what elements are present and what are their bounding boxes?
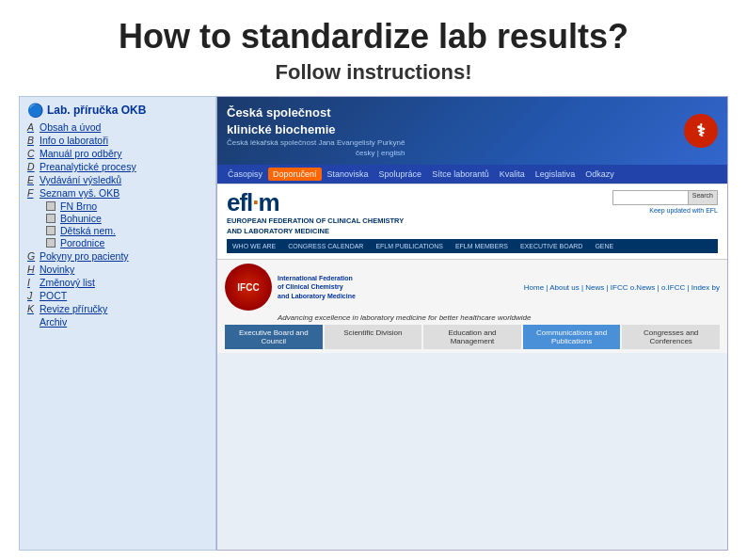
left-menu-item-g[interactable]: G Pokyny pro pacienty xyxy=(27,250,208,262)
letter-h: H xyxy=(27,264,37,275)
ifcc-logo: IFCC International Federation of Clinica… xyxy=(225,264,356,311)
ifcc-logo-inner: IFCC xyxy=(237,282,259,293)
letter-d: D xyxy=(27,161,37,172)
right-panel: Česká společnost klinické biochemie Česk… xyxy=(216,96,728,551)
left-menu-item-a[interactable]: A Obsah a úvod xyxy=(27,121,208,133)
left-panel-heading[interactable]: Lab. příručka OKB xyxy=(47,104,146,117)
ifcc-org-name-1: International Federation xyxy=(278,274,356,283)
main-title: How to standardize lab results? xyxy=(119,17,628,56)
czech-site-title-line2: klinické biochemie xyxy=(227,121,405,138)
czech-site: Česká společnost klinické biochemie Česk… xyxy=(217,97,727,165)
eflm-logo-text: efl·m xyxy=(227,190,404,215)
eflm-search-input[interactable] xyxy=(613,191,689,204)
czech-lang[interactable]: česky | english xyxy=(227,149,405,157)
ifcc-org-name-3: and Laboratory Medicine xyxy=(278,292,356,301)
box-icon-detska xyxy=(46,226,56,235)
eflm-nav-board[interactable]: EXECUTIVE BOARD xyxy=(515,241,589,251)
ifcc-header: IFCC International Federation of Clinica… xyxy=(225,264,720,311)
left-menu-item-d[interactable]: D Preanalytické procesy xyxy=(27,161,208,172)
left-menu-subitem-bohunice[interactable]: Bohunice xyxy=(27,213,208,224)
box-icon-bohunice xyxy=(46,214,56,223)
letter-a: A xyxy=(27,121,37,133)
ifcc-home-links[interactable]: Home | About us | News | IFCC o.News | o… xyxy=(524,283,720,292)
letter-c: C xyxy=(27,148,37,159)
eflm-nav-publications[interactable]: EFLM PUBLICATIONS xyxy=(370,241,448,251)
czech-nav: Časopisy Doporučení Stanoviska Spoluprác… xyxy=(217,165,727,184)
eflm-site: efl·m EUROPEAN FEDERATION OF CLINICAL CH… xyxy=(217,184,727,259)
left-menu-item-k[interactable]: K Revize příručky xyxy=(27,303,208,314)
box-icon-fn xyxy=(46,201,56,211)
eflm-search-area: Search Keep updated with EFL xyxy=(612,190,718,214)
czech-nav-stanoviska[interactable]: Stanoviska xyxy=(323,168,374,181)
letter-j: J xyxy=(27,290,37,301)
letter-i: I xyxy=(27,277,37,288)
ifcc-bottom-nav: Executive Board and Council Scientific D… xyxy=(225,325,720,349)
ifcc-site: IFCC International Federation of Clinica… xyxy=(217,259,727,353)
letter-b: B xyxy=(27,135,37,146)
ifcc-nav-congresses[interactable]: Congresses and Conferences xyxy=(622,325,720,349)
ifcc-tagline: Advancing excellence in laboratory medic… xyxy=(278,313,720,322)
czech-nav-doporuceni[interactable]: Doporučení xyxy=(268,168,322,181)
eflm-header: efl·m EUROPEAN FEDERATION OF CLINICAL CH… xyxy=(227,190,718,235)
left-menu-item-archiv[interactable]: Archiv xyxy=(27,316,208,328)
eflm-nav-members[interactable]: EFLM MEMBERS xyxy=(450,241,514,251)
left-panel: 🔵 Lab. příručka OKB A Obsah a úvod B Inf… xyxy=(19,96,216,551)
czech-site-title-line1: Česká společnost xyxy=(227,104,405,121)
sub-title: Follow instructions! xyxy=(276,60,472,85)
left-menu-item-h[interactable]: H Novinky xyxy=(27,264,208,275)
czech-nav-spoluprace[interactable]: Spolupráce xyxy=(374,168,427,181)
czech-logo: ⚕ xyxy=(684,114,718,148)
eflm-nav-gene[interactable]: GENE xyxy=(589,241,619,251)
eflm-nav-congress[interactable]: CONGRESS CALENDAR xyxy=(282,241,369,251)
eflm-full-name-line1: EUROPEAN FEDERATION OF CLINICAL CHEMISTR… xyxy=(227,216,404,225)
eflm-dot: · xyxy=(252,188,258,216)
ifcc-nav-communications[interactable]: Communications and Publications xyxy=(523,325,621,349)
czech-nav-legislativa[interactable]: Legislativa xyxy=(531,168,580,181)
content-area: 🔵 Lab. příručka OKB A Obsah a úvod B Inf… xyxy=(19,96,728,551)
left-menu-item-e[interactable]: E Vydávání výsledků xyxy=(27,174,208,185)
czech-site-text-area: Česká společnost klinické biochemie Česk… xyxy=(227,104,405,157)
left-menu-item-c[interactable]: C Manuál pro odběry xyxy=(27,148,208,159)
ifcc-nav-education[interactable]: Education and Management xyxy=(423,325,521,349)
eflm-nav: WHO WE ARE CONGRESS CALENDAR EFLM PUBLIC… xyxy=(227,239,718,253)
ifcc-nav-executive[interactable]: Executive Board and Council xyxy=(225,325,323,349)
czech-site-subtitle: Česká lékařská společnost Jana Evangelis… xyxy=(227,138,405,147)
left-menu-subitem-fn[interactable]: FN Brno xyxy=(27,200,208,212)
letter-e: E xyxy=(27,174,37,185)
letter-f: F xyxy=(27,187,37,199)
left-menu-item-j[interactable]: J POCT xyxy=(27,290,208,301)
eflm-keep-updated: Keep updated with EFL xyxy=(649,207,718,214)
ifcc-logo-text-area: International Federation of Clinical Che… xyxy=(278,274,356,301)
ifcc-logo-circle: IFCC xyxy=(225,264,272,311)
ifcc-org-name-2: of Clinical Chemistry xyxy=(278,282,356,292)
czech-nav-sitce[interactable]: Sítce laborantů xyxy=(427,168,494,181)
left-menu-subitem-porodnice[interactable]: Porodnice xyxy=(27,237,208,248)
ifcc-nav-scientific[interactable]: Scientific Division xyxy=(325,325,422,349)
box-icon-porodnice xyxy=(46,238,56,248)
czech-nav-odkazy[interactable]: Odkazy xyxy=(580,168,619,181)
left-menu-item-i[interactable]: I Změnový list xyxy=(27,277,208,288)
left-menu-item-f[interactable]: F Seznam vyš. OKB xyxy=(27,187,208,199)
eflm-search-button[interactable]: Search xyxy=(689,191,717,204)
left-menu-item-b[interactable]: B Info o laboratoři xyxy=(27,135,208,146)
letter-g: G xyxy=(27,250,37,262)
eflm-search-box: Search xyxy=(612,190,718,205)
left-panel-title: 🔵 Lab. příručka OKB xyxy=(27,103,208,118)
eflm-full-name-line2: AND LABORATORY MEDICINE xyxy=(227,227,404,235)
eflm-nav-who[interactable]: WHO WE ARE xyxy=(227,241,281,251)
czech-nav-kvalita[interactable]: Kvalita xyxy=(495,168,530,181)
letter-k: K xyxy=(27,303,37,314)
eflm-logo-area: efl·m EUROPEAN FEDERATION OF CLINICAL CH… xyxy=(227,190,404,235)
left-menu-subitem-detska[interactable]: Dětská nem. xyxy=(27,225,208,236)
slide-container: How to standardize lab results? Follow i… xyxy=(0,0,747,560)
czech-nav-casopisy[interactable]: Časopisy xyxy=(223,168,267,181)
bullet-icon: 🔵 xyxy=(27,103,43,118)
